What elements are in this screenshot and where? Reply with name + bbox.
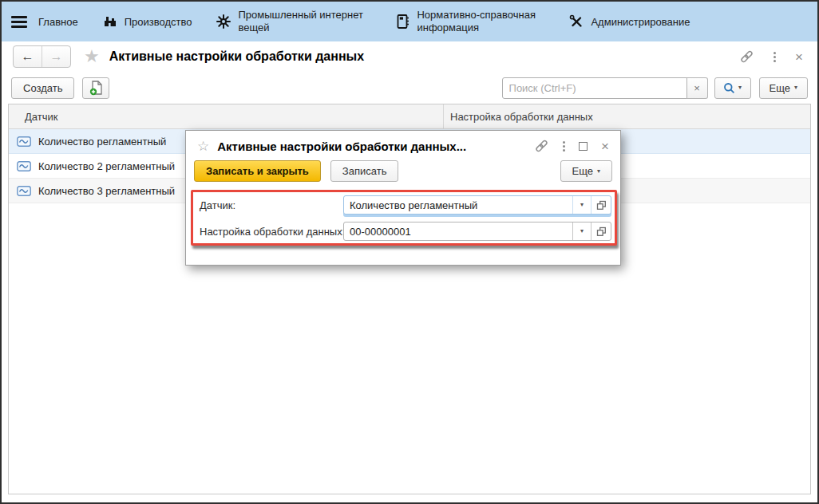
dialog-more-button[interactable]: Еще ▾ xyxy=(560,160,612,182)
list-more-button[interactable]: Еще ▾ xyxy=(759,77,808,99)
table-header-row: Датчик Настройка обработки данных xyxy=(9,104,810,129)
caret-down-icon: ▾ xyxy=(794,85,797,91)
dialog-command-bar: Записать и закрыть Записать Еще ▾ xyxy=(186,156,620,182)
iot-icon xyxy=(216,14,231,30)
sensor-open-button[interactable] xyxy=(591,196,611,214)
row-sensor-label: Количество регламентный xyxy=(38,136,166,148)
search-input[interactable] xyxy=(502,77,687,99)
section-tab-iiot[interactable]: Промышленный интернет вещей xyxy=(216,9,372,35)
section-tab-administration[interactable]: Администрирование xyxy=(568,14,690,30)
setting-field: 00-00000001 ▾ xyxy=(343,222,611,241)
save-and-close-button[interactable]: Записать и закрыть xyxy=(194,160,321,182)
section-label: Промышленный интернет вещей xyxy=(238,9,372,35)
setting-field-label: Настройка обработки данных: xyxy=(196,226,343,238)
search-clear-button[interactable]: × xyxy=(686,77,708,99)
caret-down-icon: ▾ xyxy=(580,228,584,234)
dialog-link-icon[interactable] xyxy=(534,139,549,153)
section-tab-main[interactable]: Главное xyxy=(38,16,78,28)
sections-menu-bar: Главное Производство Промышленный интерн… xyxy=(2,2,817,41)
search-area: × ▾ Еще ▾ xyxy=(502,77,808,99)
sensor-field-label: Датчик: xyxy=(196,199,343,211)
factory-icon xyxy=(102,14,118,29)
section-label: Администрирование xyxy=(591,16,690,28)
row-sensor-label: Количество 3 регламентный xyxy=(38,185,175,197)
sensor-dropdown-button[interactable]: ▾ xyxy=(572,196,591,214)
setting-field-value[interactable]: 00-00000001 xyxy=(344,222,572,240)
caret-down-icon: ▾ xyxy=(597,168,600,175)
search-options-button[interactable]: ▾ xyxy=(714,77,751,99)
form-header-actions: × xyxy=(739,49,806,64)
back-arrow-icon[interactable]: ← xyxy=(14,46,42,67)
more-actions-kebab-icon[interactable] xyxy=(774,52,776,62)
setting-dropdown-button[interactable]: ▾ xyxy=(572,222,591,240)
favorite-star-icon[interactable]: ★ xyxy=(84,48,100,65)
reference-book-icon xyxy=(396,14,410,30)
highlighted-fields-frame: Датчик: Количество регламентный ▾ Настро… xyxy=(191,190,617,246)
section-tab-production[interactable]: Производство xyxy=(102,14,192,29)
field-row-sensor: Датчик: Количество регламентный ▾ xyxy=(196,195,611,215)
row-sensor-label: Количество 2 регламентный xyxy=(38,160,175,172)
app-window: Главное Производство Промышленный интерн… xyxy=(0,0,819,504)
sensor-icon xyxy=(17,161,31,171)
more-label: Еще xyxy=(572,165,593,177)
dialog-title: Активные настройки обработки данных... xyxy=(217,140,466,153)
active-setting-dialog: ☆ Активные настройки обработки данных...… xyxy=(185,130,621,266)
dialog-kebab-icon[interactable] xyxy=(563,141,565,152)
column-header-sensor[interactable]: Датчик xyxy=(9,104,444,128)
forward-arrow-icon[interactable]: → xyxy=(42,46,70,67)
link-icon[interactable] xyxy=(739,49,754,64)
dialog-title-bar: ☆ Активные настройки обработки данных...… xyxy=(186,131,620,156)
hamburger-menu-icon[interactable] xyxy=(11,16,27,28)
dialog-favorite-star-icon[interactable]: ☆ xyxy=(197,140,209,153)
sensor-icon xyxy=(17,136,31,147)
search-icon xyxy=(723,82,735,94)
tools-icon xyxy=(568,14,584,30)
form-header-bar: ← → ★ Активные настройки обработки данны… xyxy=(2,41,817,72)
section-label: Главное xyxy=(38,16,78,28)
open-icon xyxy=(596,226,607,237)
create-copy-button[interactable] xyxy=(82,77,109,99)
save-button[interactable]: Записать xyxy=(330,160,399,182)
dialog-close-icon[interactable]: × xyxy=(601,140,609,153)
sensor-field-value[interactable]: Количество регламентный xyxy=(344,196,572,214)
more-label: Еще xyxy=(770,82,790,94)
copy-document-icon xyxy=(89,80,104,96)
section-tab-reference-info[interactable]: Нормативно-справочная информация xyxy=(396,9,544,35)
caret-down-icon: ▾ xyxy=(580,202,584,208)
create-button[interactable]: Создать xyxy=(11,77,74,99)
page-title: Активные настройки обработки данных xyxy=(109,49,364,64)
section-label: Производство xyxy=(125,16,192,28)
setting-open-button[interactable] xyxy=(591,222,611,240)
close-form-icon[interactable]: × xyxy=(795,50,803,64)
field-row-setting: Настройка обработки данных: 00-00000001 … xyxy=(196,222,611,241)
column-header-setting[interactable]: Настройка обработки данных xyxy=(444,104,810,128)
section-label: Нормативно-справочная информация xyxy=(417,9,544,35)
caret-down-icon: ▾ xyxy=(738,85,742,91)
sensor-field: Количество регламентный ▾ xyxy=(343,195,611,215)
open-icon xyxy=(596,200,607,211)
sensor-icon xyxy=(17,186,31,196)
dialog-maximize-icon[interactable] xyxy=(579,142,588,151)
dialog-header-actions: × xyxy=(526,139,609,153)
list-toolbar: Создать × ▾ Еще ▾ xyxy=(2,72,817,104)
history-nav: ← → xyxy=(13,45,71,68)
